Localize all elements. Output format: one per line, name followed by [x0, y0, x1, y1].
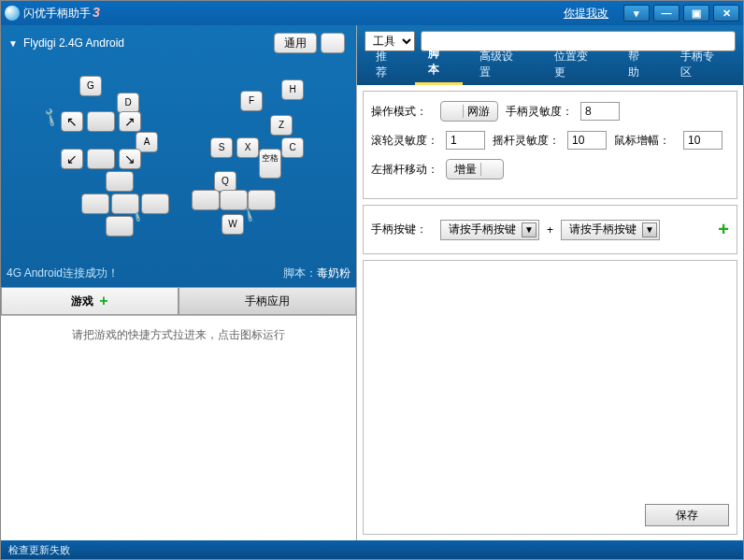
tab-advanced[interactable]: 高级设置 [466, 43, 537, 85]
close-button[interactable]: ✕ [713, 5, 739, 22]
mode-label: 操作模式： [371, 104, 433, 120]
key-z[interactable]: Z [270, 115, 293, 136]
plus-icon[interactable]: + [99, 293, 107, 309]
content-fill: 保存 [363, 260, 737, 535]
left-tabs: 游戏 + 手柄应用 [1, 287, 356, 315]
rpad-left[interactable] [192, 190, 220, 210]
arrow-upleft-icon[interactable]: ↖ [61, 111, 83, 132]
app-name: 闪优手柄助手 [23, 7, 91, 20]
mapping-area: Flydigi 2.4G Android 通用 🔧 🔧 🔧 G D A F H … [1, 25, 356, 287]
status-line: 4G Android连接成功！ 脚本：毒奶粉 [7, 266, 351, 281]
dpad-up[interactable] [106, 171, 134, 192]
key-space[interactable]: 空格 [259, 149, 281, 179]
window-dropdown-button[interactable]: ▾ [623, 5, 650, 22]
script-name: 毒奶粉 [317, 266, 351, 280]
key-x[interactable]: X [236, 137, 259, 158]
key-w[interactable]: W [222, 214, 244, 235]
mouse-input[interactable] [683, 131, 723, 150]
key-combo-1[interactable]: 请按手柄按键 ▼ [440, 220, 539, 240]
key-label: 手柄按键： [371, 222, 433, 237]
sens-label: 手柄灵敏度： [506, 104, 573, 120]
lstick-select[interactable]: 增量 [446, 159, 504, 179]
key-g[interactable]: G [79, 76, 102, 96]
wheel-label: 滚轮灵敏度： [371, 133, 438, 149]
app-version: 3 [93, 5, 100, 20]
arrow-downright-icon[interactable]: ↘ [119, 149, 141, 169]
add-binding-button[interactable]: + [718, 219, 729, 240]
arrow-up-blank[interactable] [87, 111, 115, 132]
app-logo-icon [5, 6, 20, 21]
tab-game-label: 游戏 [71, 294, 93, 309]
dpad-down[interactable] [106, 216, 134, 237]
key-c[interactable]: C [281, 137, 304, 158]
tab-recommend[interactable]: 推荐 [363, 43, 411, 85]
key-d[interactable]: D [117, 93, 139, 113]
right-panel: 工具 推荐 脚本 高级设置 位置变更 帮助 手柄专区 操作模式： 网游 手柄灵敏… [356, 25, 743, 540]
main-area: Flydigi 2.4G Android 通用 🔧 🔧 🔧 G D A F H … [1, 25, 743, 540]
wheel-input[interactable] [446, 131, 485, 150]
rpad-up[interactable] [220, 190, 248, 210]
connection-status: 4G Android连接成功！ [7, 266, 119, 281]
general-mode: 通用 [274, 33, 345, 53]
chevron-down-icon: ▼ [522, 223, 537, 237]
general-mode-blank[interactable] [321, 33, 345, 53]
arrow-downleft-icon[interactable]: ↙ [61, 149, 83, 169]
minimize-button[interactable]: — [653, 5, 680, 22]
tab-script[interactable]: 脚本 [415, 40, 464, 85]
tab-app-label: 手柄应用 [245, 294, 290, 309]
app-window: 闪优手柄助手3 你提我改 ▾ — ▣ ✕ Flydigi 2.4G Androi… [0, 0, 744, 560]
lstick-label: 左摇杆移动： [371, 162, 438, 178]
sens-input[interactable] [580, 102, 620, 121]
key-q[interactable]: Q [214, 171, 236, 192]
tab-game[interactable]: 游戏 + [1, 287, 179, 315]
chevron-down-icon: ▼ [642, 223, 657, 237]
key-binding-row: 手柄按键： 请按手柄按键 ▼ + 请按手柄按键 ▼ + [363, 205, 737, 254]
dpad-left[interactable] [81, 194, 109, 214]
mouse-label: 鼠标增幅： [614, 133, 676, 149]
title-bar: 闪优手柄助手3 你提我改 ▾ — ▣ ✕ [1, 1, 743, 25]
mode-value: 网游 [467, 104, 490, 120]
script-label: 脚本： [283, 266, 317, 280]
tab-zone[interactable]: 手柄专区 [667, 43, 737, 85]
maximize-button[interactable]: ▣ [683, 5, 709, 22]
key-combo-1-text: 请按手柄按键 [449, 222, 516, 237]
content-area: 操作模式： 网游 手柄灵敏度： 滚轮灵敏度： 摇杆灵敏度： 鼠标增幅： [357, 85, 743, 540]
key-combo-2[interactable]: 请按手柄按键 ▼ [561, 220, 660, 240]
key-combo-2-text: 请按手柄按键 [569, 222, 637, 237]
lstick-value: 增量 [454, 162, 477, 178]
rpad-right[interactable] [248, 190, 276, 210]
feedback-link[interactable]: 你提我改 [564, 6, 608, 22]
key-f[interactable]: F [240, 91, 263, 111]
arrow-upright-icon[interactable]: ↗ [119, 111, 141, 132]
dpad-center[interactable] [111, 194, 139, 214]
settings-box: 操作模式： 网游 手柄灵敏度： 滚轮灵敏度： 摇杆灵敏度： 鼠标增幅： [363, 91, 737, 199]
key-s[interactable]: S [210, 137, 233, 158]
key-h[interactable]: H [281, 79, 304, 100]
wrench-icon[interactable]: 🔧 [39, 107, 60, 127]
game-drop-area[interactable]: 请把游戏的快捷方式拉进来，点击图标运行 [1, 315, 356, 540]
app-title: 闪优手柄助手3 [23, 5, 100, 22]
mode-select[interactable]: 网游 [440, 101, 498, 122]
update-status: 检查更新失败 [8, 543, 70, 557]
stick-input[interactable] [567, 131, 607, 150]
tab-gamepad-app[interactable]: 手柄应用 [179, 287, 356, 315]
drop-hint: 请把游戏的快捷方式拉进来，点击图标运行 [72, 328, 285, 341]
stick-label: 摇杆灵敏度： [493, 133, 560, 149]
nav-tabs: 推荐 脚本 高级设置 位置变更 帮助 手柄专区 [357, 57, 743, 85]
general-mode-label[interactable]: 通用 [274, 33, 317, 53]
status-bar: 检查更新失败 [1, 540, 743, 559]
plus-separator: + [547, 223, 553, 237]
arrow-down-blank[interactable] [87, 149, 115, 169]
dpad-right[interactable] [141, 194, 169, 214]
tab-position[interactable]: 位置变更 [541, 43, 611, 85]
save-button[interactable]: 保存 [645, 504, 729, 526]
tab-help[interactable]: 帮助 [615, 43, 664, 85]
device-name[interactable]: Flydigi 2.4G Android [8, 36, 124, 50]
left-panel: Flydigi 2.4G Android 通用 🔧 🔧 🔧 G D A F H … [1, 25, 356, 540]
